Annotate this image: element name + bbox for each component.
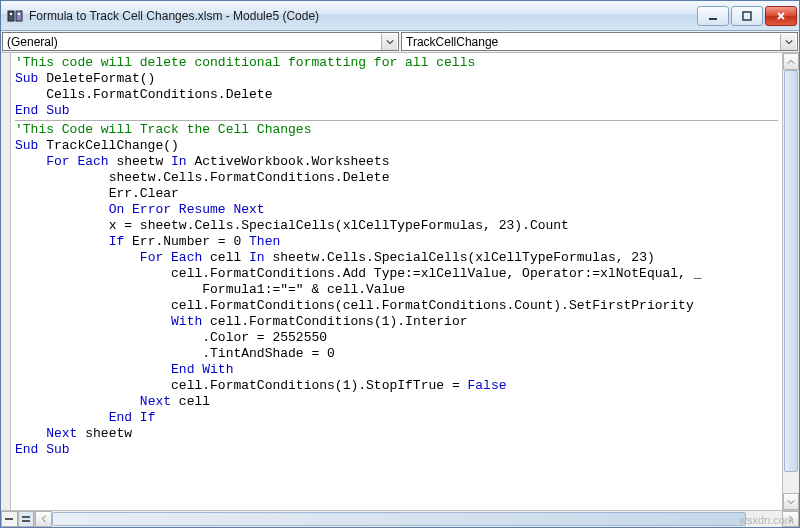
code-line[interactable]: If Err.Number = 0 Then	[15, 234, 778, 250]
code-line[interactable]: For Each sheetw In ActiveWorkbook.Worksh…	[15, 154, 778, 170]
code-line[interactable]: x = sheetw.Cells.SpecialCells(xlCellType…	[15, 218, 778, 234]
code-line[interactable]: .TintAndShade = 0	[15, 346, 778, 362]
procedure-separator	[15, 120, 778, 121]
svg-rect-1	[16, 11, 22, 21]
window-controls	[697, 6, 797, 26]
code-line[interactable]: Next sheetw	[15, 426, 778, 442]
code-line[interactable]: cell.FormatConditions(1).StopIfTrue = Fa…	[15, 378, 778, 394]
procedure-combobox-value: TrackCellChange	[406, 35, 780, 49]
minimize-button[interactable]	[697, 6, 729, 26]
chevron-down-icon	[381, 34, 397, 50]
code-line[interactable]: End With	[15, 362, 778, 378]
vertical-scrollbar[interactable]	[782, 53, 799, 510]
svg-rect-0	[8, 11, 14, 21]
code-line[interactable]: End Sub	[15, 103, 778, 119]
procedure-combobox[interactable]: TrackCellChange	[401, 32, 798, 51]
code-line[interactable]: End If	[15, 410, 778, 426]
scroll-left-button[interactable]	[35, 511, 52, 527]
scroll-track-h[interactable]	[52, 511, 782, 527]
scroll-up-button[interactable]	[783, 53, 799, 70]
window-title: Formula to Track Cell Changes.xlsm - Mod…	[29, 9, 697, 23]
code-line[interactable]: 'This code will delete conditional forma…	[15, 55, 778, 71]
svg-rect-8	[22, 520, 30, 522]
object-combobox[interactable]: (General)	[2, 32, 399, 51]
code-line[interactable]: .Color = 2552550	[15, 330, 778, 346]
maximize-button[interactable]	[731, 6, 763, 26]
scroll-thumb-h[interactable]	[52, 512, 746, 526]
combo-row: (General) TrackCellChange	[1, 31, 799, 53]
code-editor[interactable]: 'This code will delete conditional forma…	[11, 53, 782, 510]
watermark: wsxdn.com	[739, 514, 794, 526]
titlebar[interactable]: Formula to Track Cell Changes.xlsm - Mod…	[1, 1, 799, 31]
code-line[interactable]: cell.FormatConditions(cell.FormatConditi…	[15, 298, 778, 314]
code-line[interactable]: Cells.FormatConditions.Delete	[15, 87, 778, 103]
svg-rect-7	[22, 516, 30, 518]
view-toggle	[1, 511, 35, 527]
svg-rect-4	[709, 18, 717, 20]
scroll-thumb[interactable]	[784, 70, 798, 472]
code-line[interactable]: 'This Code will Track the Cell Changes	[15, 122, 778, 138]
code-line[interactable]: Formula1:="=" & cell.Value	[15, 282, 778, 298]
code-line[interactable]: End Sub	[15, 442, 778, 458]
svg-rect-5	[743, 12, 751, 20]
indicator-margin[interactable]	[1, 53, 11, 510]
code-area-wrap: 'This code will delete conditional forma…	[1, 53, 799, 510]
code-line[interactable]: For Each cell In sheetw.Cells.SpecialCel…	[15, 250, 778, 266]
horizontal-scrollbar[interactable]	[1, 510, 799, 527]
code-line[interactable]: On Error Resume Next	[15, 202, 778, 218]
code-window: Formula to Track Cell Changes.xlsm - Mod…	[0, 0, 800, 528]
code-line[interactable]: Sub DeleteFormat()	[15, 71, 778, 87]
code-line[interactable]: Sub TrackCellChange()	[15, 138, 778, 154]
svg-rect-6	[5, 518, 13, 520]
scroll-track[interactable]	[783, 70, 799, 493]
procedure-view-button[interactable]	[1, 511, 18, 527]
close-button[interactable]	[765, 6, 797, 26]
scroll-down-button[interactable]	[783, 493, 799, 510]
svg-rect-3	[18, 13, 20, 15]
code-line[interactable]: cell.FormatConditions.Add Type:=xlCellVa…	[15, 266, 778, 282]
code-line[interactable]: Next cell	[15, 394, 778, 410]
chevron-down-icon	[780, 34, 796, 50]
object-combobox-value: (General)	[7, 35, 381, 49]
code-line[interactable]: sheetw.Cells.FormatConditions.Delete	[15, 170, 778, 186]
svg-rect-2	[10, 13, 12, 15]
code-line[interactable]: With cell.FormatConditions(1).Interior	[15, 314, 778, 330]
app-icon	[7, 8, 23, 24]
full-module-view-button[interactable]	[18, 511, 35, 527]
code-line[interactable]: Err.Clear	[15, 186, 778, 202]
